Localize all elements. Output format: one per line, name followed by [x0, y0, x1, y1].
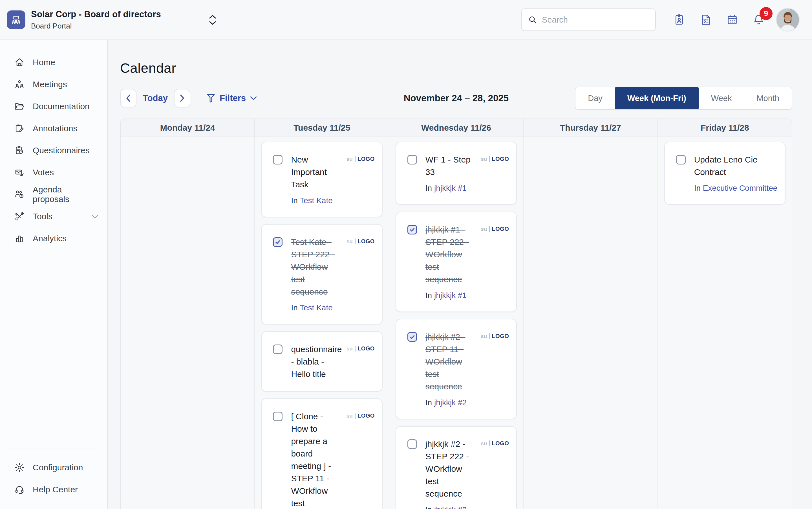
- task-document-icon: [699, 13, 712, 26]
- day-column-friday-11-28: Update Leno Cie Contract In Executive Co…: [658, 137, 792, 509]
- topbar: Solar Corp - Board of directors Board Po…: [0, 0, 812, 40]
- event-card[interactable]: Update Leno Cie Contract In Executive Co…: [664, 142, 785, 205]
- event-checkbox[interactable]: [273, 237, 283, 247]
- event-card[interactable]: questionnaire - blabla - Hello title su …: [261, 331, 382, 392]
- tasks-button[interactable]: [699, 13, 712, 26]
- event-location: In Executive Committee: [694, 183, 778, 194]
- people-icon: [14, 79, 25, 90]
- date-range: November 24 – 28, 2025: [404, 93, 509, 104]
- people-question-icon: ?: [14, 189, 25, 200]
- event-card[interactable]: jhjkkjk #2 - STEP 11 - WOrkflow test seq…: [396, 319, 517, 419]
- event-location: In jhjkkjk #1: [426, 183, 471, 194]
- sidebar-item-agenda-proposals[interactable]: ? Agenda proposals: [0, 183, 107, 205]
- sidebar-item-votes[interactable]: Votes: [0, 161, 107, 183]
- sidebar-item-tools[interactable]: Tools: [0, 205, 107, 228]
- event-location: In jhjkkjk #2: [426, 505, 471, 509]
- view-toggle: DayWeek (Mon-Fri)WeekMonth: [575, 87, 792, 110]
- today-button[interactable]: Today: [143, 93, 168, 103]
- sidebar-item-help-center[interactable]: Help Center: [0, 478, 107, 501]
- note-pencil-icon: [14, 123, 25, 134]
- main-content: Calendar Today Filters November 24 – 28,…: [108, 40, 812, 509]
- sidebar-footer: Configuration Help Center: [0, 449, 107, 501]
- event-checkbox[interactable]: [407, 155, 417, 165]
- chevron-down-icon: [250, 96, 257, 100]
- event-title: jhjkkjk #2 - STEP 11 - WOrkflow test seq…: [426, 331, 471, 393]
- view-option-week[interactable]: Week: [699, 87, 744, 109]
- su-logo-badge: su LOGO: [481, 440, 509, 447]
- calendar-grid-body: New Important Task In Test Kate su LOGO …: [121, 137, 792, 509]
- next-button[interactable]: [174, 89, 190, 107]
- notification-badge: 9: [760, 7, 773, 20]
- contact-card-icon: [673, 13, 686, 26]
- event-location: In Test Kate: [291, 302, 337, 313]
- event-card[interactable]: New Important Task In Test Kate su LOGO: [261, 142, 382, 217]
- event-location-link[interactable]: jhjkkjk #2: [434, 398, 467, 407]
- contacts-button[interactable]: [673, 13, 686, 26]
- sidebar-item-analytics[interactable]: Analytics: [0, 228, 107, 249]
- home-icon: [14, 57, 25, 68]
- day-column-tuesday-11-25: New Important Task In Test Kate su LOGO …: [255, 137, 389, 509]
- search-input[interactable]: [542, 15, 649, 25]
- event-card[interactable]: WF 1 - Step 33 In jhjkkjk #1 su LOGO: [396, 142, 517, 205]
- event-location-link[interactable]: Test Kate: [300, 196, 333, 205]
- event-checkbox[interactable]: [273, 412, 283, 421]
- view-option-day[interactable]: Day: [576, 87, 615, 109]
- chevron-right-icon: [179, 94, 185, 102]
- day-header-monday-11-24: Monday 11/24: [121, 119, 255, 137]
- ballot-icon: [14, 167, 25, 178]
- event-location-link[interactable]: Executive Committee: [703, 184, 778, 193]
- sidebar-item-annotations[interactable]: Annotations: [0, 117, 107, 139]
- app-logo: [7, 10, 25, 29]
- event-title: WF 1 - Step 33: [426, 154, 471, 178]
- event-title: jhjkkjk #1 - STEP 222 - WOrkflow test se…: [426, 224, 471, 285]
- sidebar-item-documentation[interactable]: Documentation: [0, 95, 107, 117]
- event-checkbox[interactable]: [407, 332, 417, 342]
- svg-text:?: ?: [21, 195, 22, 198]
- gear-icon: [14, 462, 25, 473]
- event-checkbox[interactable]: [273, 155, 283, 165]
- sidebar-divider: [8, 449, 97, 449]
- event-location-link[interactable]: jhjkkjk #2: [434, 505, 467, 509]
- page-title: Calendar: [120, 60, 176, 76]
- portal-subtitle: Board Portal: [31, 22, 161, 31]
- sidebar-item-home[interactable]: Home: [0, 52, 107, 73]
- calendar-icon: [726, 13, 739, 26]
- su-logo-badge: su LOGO: [346, 238, 375, 245]
- su-logo-badge: su LOGO: [346, 345, 375, 352]
- prev-button[interactable]: [120, 89, 137, 107]
- event-card[interactable]: [ Clone - How to prepare a board meeting…: [261, 398, 382, 509]
- chevron-down-icon: [91, 214, 99, 219]
- event-checkbox[interactable]: [273, 344, 283, 354]
- sidebar-item-meetings[interactable]: Meetings: [0, 73, 107, 95]
- su-logo-badge: su LOGO: [481, 156, 509, 162]
- event-location-link[interactable]: Test Kate: [300, 303, 333, 312]
- sidebar: Home Meetings Documentation Annotations …: [0, 40, 108, 509]
- event-card[interactable]: Test Kate - STEP 222 - WOrkflow test seq…: [261, 224, 382, 325]
- day-header-wednesday-11-26: Wednesday 11/26: [390, 119, 524, 137]
- event-checkbox[interactable]: [407, 439, 417, 449]
- event-card[interactable]: jhjkkjk #2 - STEP 222 - WOrkflow test se…: [396, 426, 517, 509]
- event-title: questionnaire - blabla - Hello title: [291, 343, 337, 380]
- event-location-link[interactable]: jhjkkjk #1: [434, 291, 467, 300]
- filter-funnel-icon: [206, 93, 216, 104]
- calendar-button[interactable]: [726, 13, 739, 26]
- portal-switcher[interactable]: [209, 15, 216, 25]
- su-logo-badge: su LOGO: [346, 156, 375, 162]
- event-checkbox[interactable]: [676, 155, 686, 165]
- org-title: Solar Corp - Board of directors: [31, 9, 161, 20]
- sidebar-item-configuration[interactable]: Configuration: [0, 456, 107, 478]
- event-card[interactable]: jhjkkjk #1 - STEP 222 - WOrkflow test se…: [396, 212, 517, 312]
- event-checkbox[interactable]: [407, 225, 417, 234]
- view-option-week-mon-fri[interactable]: Week (Mon-Fri): [615, 87, 699, 109]
- view-option-month[interactable]: Month: [744, 87, 792, 109]
- event-title: jhjkkjk #2 - STEP 222 - WOrkflow test se…: [426, 438, 471, 500]
- su-logo-badge: su LOGO: [481, 226, 509, 232]
- avatar[interactable]: [776, 8, 799, 31]
- sidebar-item-questionnaires[interactable]: ? Questionnaires: [0, 139, 107, 161]
- day-header-tuesday-11-25: Tuesday 11/25: [255, 119, 389, 137]
- notifications-button[interactable]: 9: [752, 13, 765, 26]
- filters-button[interactable]: Filters: [206, 93, 257, 104]
- sidebar-nav: Home Meetings Documentation Annotations …: [0, 52, 107, 249]
- calendar-toolbar: Today Filters November 24 – 28, 2025 Day…: [120, 86, 792, 110]
- event-location-link[interactable]: jhjkkjk #1: [434, 184, 467, 193]
